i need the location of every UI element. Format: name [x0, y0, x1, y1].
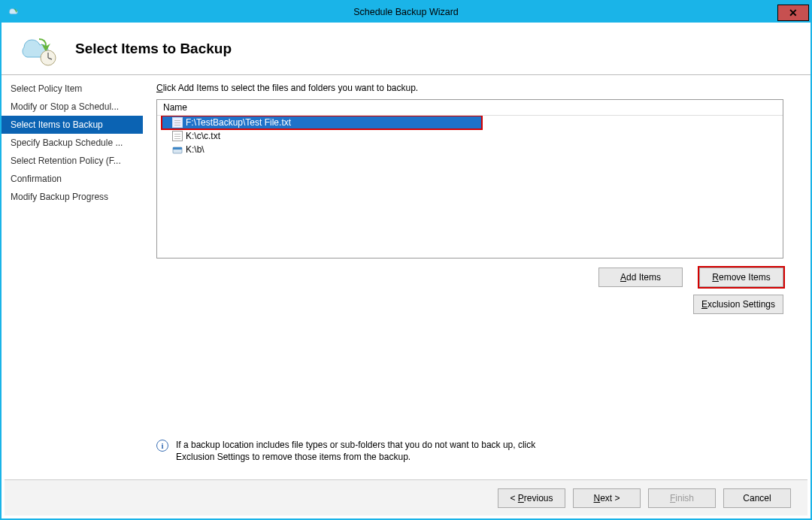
- list-item[interactable]: F:\TestBackup\Test File.txt: [162, 116, 482, 129]
- instruction-rest: lick Add Items to select the files and f…: [163, 83, 419, 93]
- item-path: K:\c\c.txt: [186, 131, 220, 141]
- main-panel: Click Add Items to select the files and …: [143, 75, 810, 479]
- exclusion-settings-button[interactable]: Exclusion Settings: [693, 295, 783, 314]
- wizard-header: Select Items to Backup: [2, 23, 810, 75]
- step-select-retention[interactable]: Select Retention Policy (F...: [2, 152, 143, 170]
- step-select-items[interactable]: Select Items to Backup: [2, 116, 143, 134]
- previous-button[interactable]: < Previous: [498, 488, 565, 508]
- list-item[interactable]: K:\b\: [157, 143, 783, 156]
- page-title: Select Items to Backup: [75, 41, 232, 57]
- list-buttons-row: Add Items Remove Items: [156, 268, 783, 287]
- step-modify-progress[interactable]: Modify Backup Progress: [2, 188, 143, 206]
- step-modify-or-stop[interactable]: Modify or Stop a Schedul...: [2, 98, 143, 116]
- items-listbox[interactable]: Name F:\TestBackup\Test File.txt K:\c\c.…: [156, 99, 783, 258]
- next-button[interactable]: Next >: [573, 488, 641, 508]
- info-panel: i If a backup location includes file typ…: [156, 431, 547, 479]
- svg-rect-4: [173, 147, 182, 150]
- step-confirmation[interactable]: Confirmation: [2, 170, 143, 188]
- window-title: Schedule Backup Wizard: [2, 7, 810, 17]
- drive-icon: [172, 144, 183, 155]
- step-select-policy-item[interactable]: Select Policy Item: [2, 80, 143, 98]
- window: Schedule Backup Wizard ✕ Select Items to…: [0, 0, 812, 520]
- list-header-name[interactable]: Name: [157, 100, 783, 116]
- item-path: F:\TestBackup\Test File.txt: [186, 117, 291, 128]
- info-icon: i: [156, 440, 168, 452]
- list-item[interactable]: K:\c\c.txt: [157, 129, 783, 143]
- remove-items-button[interactable]: Remove Items: [699, 268, 783, 287]
- close-button[interactable]: ✕: [777, 5, 809, 21]
- wizard-footer: < Previous Next > Finish Cancel: [5, 479, 807, 515]
- wizard-body: Select Policy Item Modify or Stop a Sche…: [2, 75, 810, 479]
- instruction-text: Click Add Items to select the files and …: [156, 83, 783, 93]
- file-icon: [172, 117, 183, 128]
- item-path: K:\b\: [186, 144, 205, 155]
- cancel-button[interactable]: Cancel: [723, 488, 791, 508]
- wizard-logo-icon: [17, 31, 59, 67]
- step-specify-schedule[interactable]: Specify Backup Schedule ...: [2, 134, 143, 152]
- file-icon: [172, 131, 183, 141]
- add-items-button[interactable]: Add Items: [598, 268, 683, 287]
- list-body: F:\TestBackup\Test File.txt K:\c\c.txt: [157, 116, 783, 258]
- finish-button: Finish: [648, 488, 716, 508]
- titlebar: Schedule Backup Wizard ✕: [2, 2, 810, 23]
- instruction-accelerator: C: [156, 83, 163, 93]
- sidebar: Select Policy Item Modify or Stop a Sche…: [2, 75, 143, 479]
- app-icon: [6, 5, 21, 20]
- info-text: If a backup location includes file types…: [176, 439, 547, 463]
- exclusion-row: Exclusion Settings: [156, 295, 783, 314]
